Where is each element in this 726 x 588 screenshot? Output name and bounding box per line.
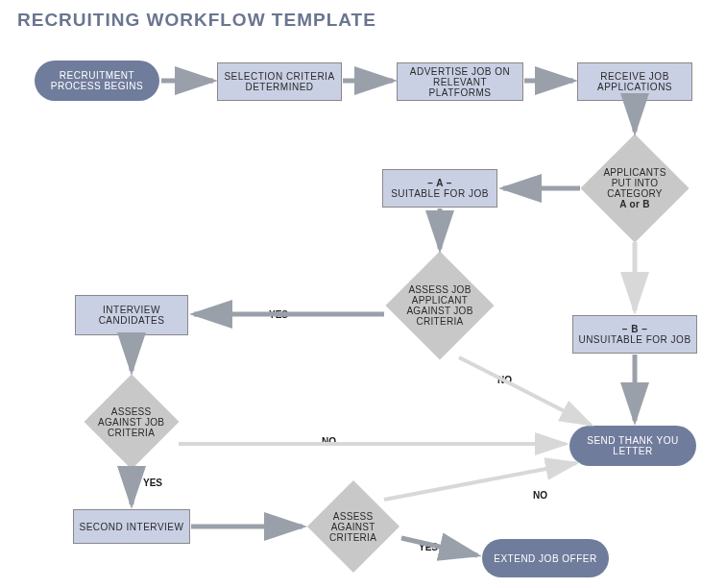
node-cat-b-l1: – B – xyxy=(622,324,647,334)
node-assess3-l2: AGAINST xyxy=(331,522,375,532)
node-assess1-l4: CRITERIA xyxy=(416,316,463,327)
node-criteria: SELECTION CRITERIA DETERMINED xyxy=(217,62,342,101)
node-assess3-l1: ASSESS xyxy=(333,511,374,522)
node-categorize-l3: CATEGORY xyxy=(607,188,663,199)
node-start: RECRUITMENT PROCESS BEGINS xyxy=(35,61,159,101)
node-start-label: RECRUITMENT PROCESS BEGINS xyxy=(42,70,152,91)
node-assess1-l1: ASSESS JOB xyxy=(408,284,471,295)
node-cat-b-l2: UNSUITABLE FOR JOB xyxy=(578,334,690,345)
edge-assess2-yes: YES xyxy=(143,478,162,488)
node-assess1: ASSESS JOB APPLICANT AGAINST JOB CRITERI… xyxy=(385,251,494,359)
node-assess1-l2: APPLICANT xyxy=(412,295,468,306)
node-offer: EXTEND JOB OFFER xyxy=(482,539,609,577)
node-receive: RECEIVE JOB APPLICATIONS xyxy=(577,62,692,101)
node-receive-label: RECEIVE JOB APPLICATIONS xyxy=(582,71,688,92)
arrow-assess1-thankyou xyxy=(459,357,591,425)
node-thankyou: SEND THANK YOU LETTER xyxy=(569,426,696,466)
edge-assess2-no: NO xyxy=(322,436,336,447)
node-interview-label: INTERVIEW CANDIDATES xyxy=(80,305,183,326)
edge-assess1-no: NO xyxy=(497,375,512,385)
node-thankyou-label: SEND THANK YOU LETTER xyxy=(577,435,689,456)
arrow-assess3-offer xyxy=(401,538,477,555)
node-categorize: APPLICANTS PUT INTO CATEGORY A or B xyxy=(580,134,689,242)
node-cat-a-l2: SUITABLE FOR JOB xyxy=(391,188,489,199)
node-cat-a-l1: – A – xyxy=(427,178,452,188)
node-categorize-label: APPLICANTS PUT INTO CATEGORY A or B xyxy=(596,167,673,209)
node-categorize-l4: A or B xyxy=(619,199,649,209)
node-advertise: ADVERTISE JOB ON RELEVANT PLATFORMS xyxy=(397,62,523,101)
node-assess2-l3: CRITERIA xyxy=(108,428,155,438)
node-second-label: SECOND INTERVIEW xyxy=(80,522,184,532)
node-interview: INTERVIEW CANDIDATES xyxy=(75,295,188,335)
node-assess1-label: ASSESS JOB APPLICANT AGAINST JOB CRITERI… xyxy=(401,284,478,327)
node-assess1-l3: AGAINST JOB xyxy=(406,306,472,316)
node-assess3: ASSESS AGAINST CRITERIA xyxy=(307,480,399,573)
node-advertise-label: ADVERTISE JOB ON RELEVANT PLATFORMS xyxy=(401,66,519,98)
node-cat-a: – A – SUITABLE FOR JOB xyxy=(382,169,497,208)
node-cat-b: – B – UNSUITABLE FOR JOB xyxy=(572,315,697,354)
node-assess2-l2: AGAINST JOB xyxy=(98,417,164,428)
node-categorize-l1: APPLICANTS xyxy=(603,167,666,178)
node-assess2-label: ASSESS AGAINST JOB CRITERIA xyxy=(98,406,165,438)
edge-assess1-yes: YES xyxy=(269,309,288,320)
node-assess3-label: ASSESS AGAINST CRITERIA xyxy=(321,511,386,543)
node-criteria-label: SELECTION CRITERIA DETERMINED xyxy=(222,71,337,92)
node-assess2-l1: ASSESS xyxy=(111,406,152,417)
page-title: RECRUITING WORKFLOW TEMPLATE xyxy=(17,10,376,31)
node-second: SECOND INTERVIEW xyxy=(73,509,190,544)
node-offer-label: EXTEND JOB OFFER xyxy=(494,553,596,564)
node-categorize-l2: PUT INTO xyxy=(612,178,659,188)
node-assess3-l3: CRITERIA xyxy=(329,532,376,543)
node-assess2: ASSESS AGAINST JOB CRITERIA xyxy=(85,375,180,470)
arrow-assess3-thankyou xyxy=(384,463,576,500)
edge-assess3-yes: YES xyxy=(419,542,438,552)
edge-assess3-no: NO xyxy=(533,490,547,501)
